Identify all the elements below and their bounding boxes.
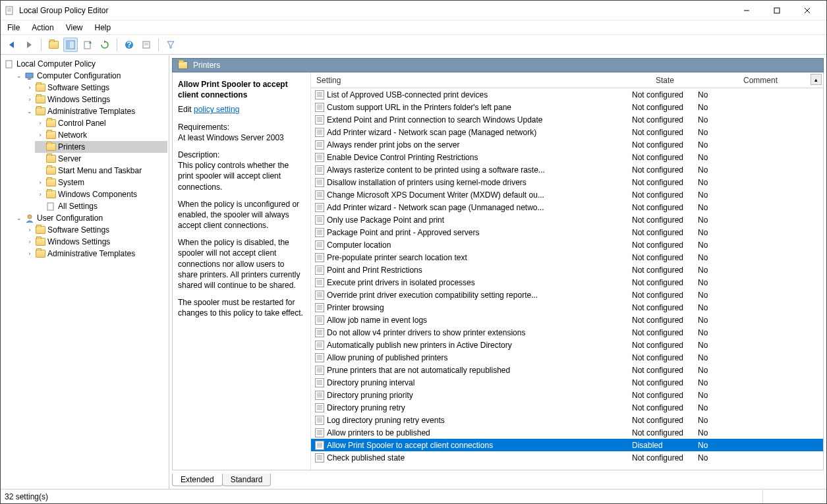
list-row[interactable]: Check published stateNot configuredNo (311, 451, 823, 464)
list-row[interactable]: Always render print jobs on the serverNo… (311, 138, 823, 151)
menu-file[interactable]: File (7, 23, 20, 32)
properties-button[interactable] (139, 38, 154, 52)
up-button[interactable] (46, 38, 61, 52)
list-row[interactable]: Automatically publish new printers in Ac… (311, 339, 823, 351)
tree-item[interactable]: ›Software Settings (24, 224, 167, 236)
export-button[interactable] (80, 38, 95, 52)
list-rows[interactable]: List of Approved USB-connected print dev… (311, 88, 823, 470)
tree-admin-templates[interactable]: ⌄Administrative Templates (24, 105, 167, 117)
show-hide-tree-button[interactable] (63, 38, 78, 52)
svg-marker-8 (9, 42, 14, 48)
menu-action[interactable]: Action (32, 23, 53, 32)
list-row[interactable]: Custom support URL in the Printers folde… (311, 101, 823, 113)
list-row[interactable]: Allow pruning of published printersNot c… (311, 351, 823, 364)
list-row[interactable]: Directory pruning priorityNot configured… (311, 389, 823, 401)
forward-button[interactable] (22, 38, 36, 52)
expand-icon[interactable]: › (26, 84, 34, 92)
expand-icon[interactable]: › (26, 226, 34, 234)
expand-icon[interactable]: › (26, 250, 34, 258)
list-row[interactable]: Extend Point and Print connection to sea… (311, 113, 823, 126)
menu-view[interactable]: View (66, 23, 83, 32)
tab-extended[interactable]: Extended (172, 474, 223, 486)
list-row[interactable]: Change Microsoft XPS Document Writer (MX… (311, 188, 823, 201)
list-row[interactable]: Only use Package Point and printNot conf… (311, 213, 823, 226)
list-row[interactable]: Add Printer wizard - Network scan page (… (311, 201, 823, 213)
expand-icon[interactable]: › (36, 179, 44, 186)
list-row[interactable]: Prune printers that are not automaticall… (311, 364, 823, 376)
tree-root[interactable]: Local Computer Policy (3, 58, 167, 70)
list-row[interactable]: Override print driver execution compatib… (311, 289, 823, 301)
list-row[interactable]: Allow printers to be publishedNot config… (311, 426, 823, 439)
maximize-button[interactable] (762, 1, 792, 20)
tree-item[interactable]: ›System (35, 177, 167, 188)
collapse-icon[interactable]: ⌄ (26, 107, 34, 115)
expand-icon[interactable]: › (26, 96, 34, 103)
tree-item[interactable]: ›Software Settings (24, 82, 167, 94)
collapse-icon[interactable]: ⌄ (15, 214, 23, 222)
setting-icon (315, 190, 324, 200)
list-row[interactable]: List of Approved USB-connected print dev… (311, 88, 823, 101)
tree-item[interactable]: All Settings (35, 200, 167, 212)
list-row[interactable]: Do not allow v4 printer drivers to show … (311, 326, 823, 339)
status-cell (763, 490, 822, 503)
back-button[interactable] (5, 38, 19, 52)
list-row[interactable]: Directory pruning intervalNot configured… (311, 376, 823, 389)
setting-icon (315, 215, 324, 225)
col-comment[interactable]: Comment (698, 76, 823, 85)
edit-policy-link[interactable]: policy setting (194, 105, 239, 114)
tree-item[interactable]: ›Windows Settings (24, 94, 167, 105)
expand-icon[interactable]: › (36, 131, 44, 139)
tree-item[interactable]: Start Menu and Taskbar (35, 165, 167, 177)
setting-icon (315, 178, 324, 187)
list-row[interactable]: Computer locationNot configuredNo (311, 238, 823, 251)
list-row[interactable]: Allow job name in event logsNot configur… (311, 314, 823, 326)
setting-icon (315, 303, 324, 312)
list-row[interactable]: Point and Print RestrictionsNot configur… (311, 264, 823, 276)
expand-icon[interactable]: › (26, 238, 34, 246)
col-state[interactable]: State (632, 76, 698, 85)
tree-item[interactable]: ›Control Panel (35, 117, 167, 129)
folder-icon (36, 84, 45, 92)
tree-user-config[interactable]: ⌄ User Configuration (14, 212, 167, 224)
setting-icon (315, 403, 324, 412)
filter-button[interactable] (163, 38, 178, 52)
list-row[interactable]: Directory pruning retryNot configuredNo (311, 401, 823, 414)
tab-standard[interactable]: Standard (222, 474, 271, 486)
list-row[interactable]: Printer browsingNot configuredNo (311, 301, 823, 314)
tree-item[interactable]: Server (35, 153, 167, 165)
list-row[interactable]: Package Point and print - Approved serve… (311, 226, 823, 238)
list-row[interactable]: Enable Device Control Printing Restricti… (311, 151, 823, 163)
list-row[interactable]: Execute print drivers in isolated proces… (311, 276, 823, 289)
tree-item-printers[interactable]: Printers (35, 141, 167, 153)
tree-item[interactable]: ›Windows Components (35, 188, 167, 200)
tree-pane[interactable]: Local Computer Policy ⌄ Computer Configu… (1, 55, 169, 489)
menubar: File Action View Help (1, 20, 826, 35)
list-row[interactable]: Always rasterize content to be printed u… (311, 163, 823, 176)
list-row[interactable]: Disallow installation of printers using … (311, 176, 823, 188)
tree-item[interactable]: ›Administrative Templates (24, 248, 167, 260)
tree-item[interactable]: ›Network (35, 129, 167, 141)
list-row[interactable]: Add Printer wizard - Network scan page (… (311, 126, 823, 138)
setting-icon (315, 378, 324, 387)
refresh-button[interactable] (98, 38, 112, 52)
content-title: Printers (193, 61, 220, 70)
setting-icon (315, 240, 324, 250)
close-button[interactable] (792, 1, 822, 20)
tree-computer-config[interactable]: ⌄ Computer Configuration (14, 70, 167, 82)
setting-icon (315, 253, 324, 262)
tree-item[interactable]: ›Windows Settings (24, 236, 167, 248)
list-row[interactable]: Pre-populate printer search location tex… (311, 251, 823, 264)
expand-icon[interactable]: › (36, 119, 44, 127)
scroll-up-button[interactable]: ▴ (811, 74, 822, 85)
titlebar[interactable]: Local Group Policy Editor (1, 1, 826, 20)
list-row[interactable]: Allow Print Spooler to accept client con… (311, 439, 823, 451)
menu-help[interactable]: Help (95, 23, 111, 32)
help-button[interactable]: ? (122, 38, 136, 52)
minimize-button[interactable] (731, 1, 762, 20)
list-row[interactable]: Log directory pruning retry eventsNot co… (311, 414, 823, 426)
statusbar: 32 setting(s) (1, 489, 826, 503)
expand-icon[interactable]: › (36, 190, 44, 198)
collapse-icon[interactable]: ⌄ (15, 72, 23, 80)
col-setting[interactable]: Setting (311, 76, 632, 85)
folder-icon (36, 107, 45, 115)
